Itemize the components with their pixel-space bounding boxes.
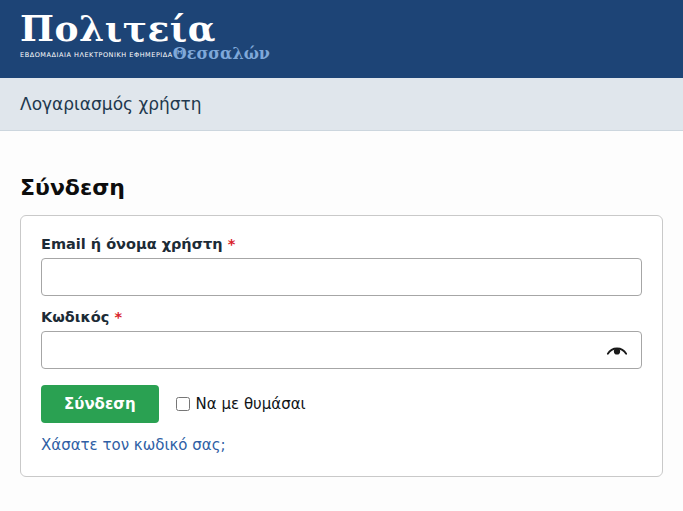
remember-me-label: Να με θυμάσαι: [196, 395, 306, 413]
remember-me-checkbox[interactable]: [176, 397, 190, 411]
login-submit-button[interactable]: Σύνδεση: [41, 385, 159, 423]
required-marker: *: [114, 309, 122, 325]
password-input[interactable]: [41, 331, 642, 369]
email-label-text: Email ή όνομα χρήστη: [41, 236, 223, 252]
logo-region: Θεσσαλών: [173, 46, 270, 62]
login-heading: Σύνδεση: [20, 175, 663, 200]
main-content: Σύνδεση Email ή όνομα χρήστη * Κωδικός *…: [0, 175, 683, 477]
password-label-text: Κωδικός: [41, 309, 109, 325]
site-logo[interactable]: Πολιτεία ΕΒΔΟΜΑΔΙΑΙΑ ΗΛΕΚΤΡΟΝΙΚΗ ΕΦΗΜΕΡΙ…: [20, 6, 226, 62]
site-header: Πολιτεία ΕΒΔΟΜΑΔΙΑΙΑ ΗΛΕΚΤΡΟΝΙΚΗ ΕΦΗΜΕΡΙ…: [0, 0, 683, 78]
page-title-bar: Λογαριασμός χρήστη: [0, 78, 683, 131]
email-input[interactable]: [41, 258, 642, 296]
login-form: Email ή όνομα χρήστη * Κωδικός * Σύνδεση…: [20, 215, 663, 477]
form-actions: Σύνδεση Να με θυμάσαι: [41, 385, 642, 423]
forgot-password-link[interactable]: Χάσατε τον κωδικό σας;: [41, 436, 226, 454]
email-field-group: Email ή όνομα χρήστη *: [41, 236, 642, 296]
show-password-button[interactable]: [602, 340, 632, 361]
password-input-wrap: [41, 331, 642, 369]
password-field-group: Κωδικός *: [41, 309, 642, 369]
password-label: Κωδικός *: [41, 309, 642, 325]
eye-icon: [606, 344, 628, 357]
logo-tagline: ΕΒΔΟΜΑΔΙΑΙΑ ΗΛΕΚΤΡΟΝΙΚΗ ΕΦΗΜΕΡΙΔΑ: [20, 51, 173, 62]
required-marker: *: [228, 236, 236, 252]
page-title: Λογαριασμός χρήστη: [20, 94, 202, 114]
email-label: Email ή όνομα χρήστη *: [41, 236, 642, 252]
remember-me[interactable]: Να με θυμάσαι: [176, 395, 306, 413]
